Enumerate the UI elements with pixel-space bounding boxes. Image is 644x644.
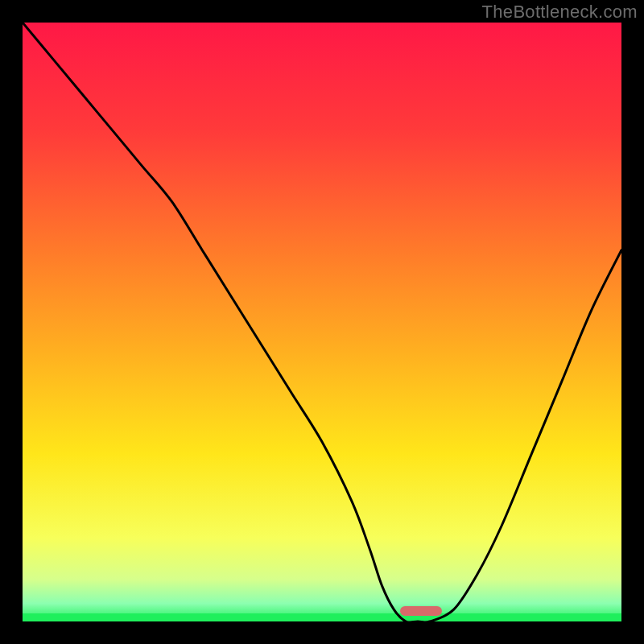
plot-area	[23, 23, 621, 621]
optimal-range-marker	[400, 606, 442, 616]
chart-frame: TheBottleneck.com	[0, 0, 644, 644]
watermark-text: TheBottleneck.com	[482, 2, 638, 23]
bottleneck-curve	[23, 23, 621, 621]
